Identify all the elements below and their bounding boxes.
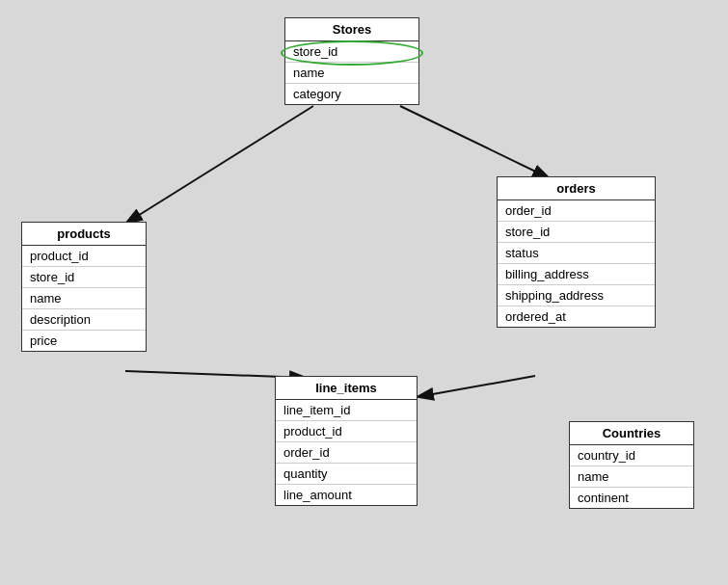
arrow-orders-lineitems bbox=[417, 376, 535, 397]
table-products-field-name: name bbox=[22, 288, 146, 309]
table-stores: Stores store_id name category bbox=[284, 17, 419, 105]
table-products: products product_id store_id name descri… bbox=[21, 222, 147, 352]
table-orders-field-store_id: store_id bbox=[498, 222, 655, 243]
table-products-field-store_id: store_id bbox=[22, 267, 146, 288]
table-orders-field-billing_address: billing_address bbox=[498, 264, 655, 285]
table-line-items-field-line_amount: line_amount bbox=[276, 485, 417, 505]
table-stores-field-store_id: store_id bbox=[285, 41, 418, 63]
table-line-items-field-order_id: order_id bbox=[276, 442, 417, 464]
table-orders-field-ordered_at: ordered_at bbox=[498, 306, 655, 327]
erd-diagram: Stores store_id name category products p… bbox=[0, 0, 728, 585]
table-products-field-description: description bbox=[22, 309, 146, 331]
table-stores-header: Stores bbox=[285, 18, 418, 41]
table-products-header: products bbox=[22, 223, 146, 246]
table-stores-field-category: category bbox=[285, 84, 418, 104]
table-orders-header: orders bbox=[498, 177, 655, 200]
table-stores-field-name: name bbox=[285, 63, 418, 84]
table-products-field-product_id: product_id bbox=[22, 246, 146, 267]
table-countries-field-country_id: country_id bbox=[570, 445, 693, 466]
table-line-items-field-line_item_id: line_item_id bbox=[276, 400, 417, 421]
table-countries-field-continent: continent bbox=[570, 488, 693, 508]
table-products-field-price: price bbox=[22, 331, 146, 351]
table-countries-header: Countries bbox=[570, 422, 693, 445]
table-countries-field-name: name bbox=[570, 466, 693, 488]
table-orders-field-order_id: order_id bbox=[498, 200, 655, 222]
table-countries: Countries country_id name continent bbox=[569, 421, 694, 509]
table-orders-field-shipping_address: shipping_address bbox=[498, 285, 655, 306]
table-line-items-field-product_id: product_id bbox=[276, 421, 417, 442]
table-orders: orders order_id store_id status billing_… bbox=[497, 176, 656, 328]
table-line-items-field-quantity: quantity bbox=[276, 464, 417, 485]
table-line-items-header: line_items bbox=[276, 377, 417, 400]
arrow-stores-products bbox=[125, 106, 313, 224]
table-orders-field-status: status bbox=[498, 243, 655, 264]
arrow-stores-orders bbox=[400, 106, 550, 178]
table-line-items: line_items line_item_id product_id order… bbox=[275, 376, 418, 506]
